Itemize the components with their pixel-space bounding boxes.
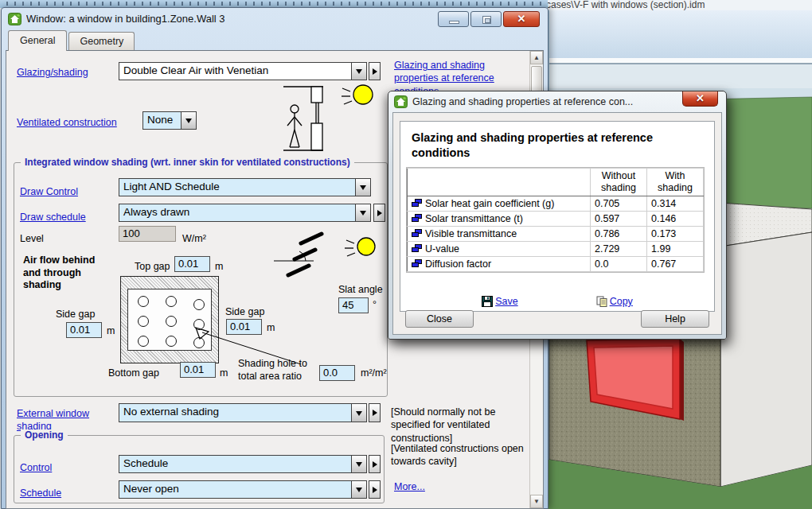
object-layers-icon[interactable] — [412, 244, 423, 254]
external-shading-combo[interactable]: No external shading — [119, 403, 367, 422]
app-house-icon — [8, 13, 21, 25]
sun-icon — [353, 85, 373, 104]
column-without-shading: Without shading — [591, 169, 647, 196]
level-unit: W/m² — [182, 233, 206, 246]
opening-schedule-browse-button[interactable] — [369, 480, 381, 499]
glazing-properties-dialog: Glazing and shading properties at refere… — [388, 91, 727, 340]
scroll-down-button[interactable]: ▼ — [530, 495, 543, 508]
dialog-close-button[interactable]: ✕ — [682, 91, 718, 107]
slat-angle-label: Slat angle — [338, 284, 383, 297]
close-button[interactable]: ✕ — [503, 11, 540, 27]
scroll-up-button[interactable]: ▲ — [530, 51, 543, 64]
main-window-title: Window: a window in building1.Zone.Wall … — [26, 13, 433, 25]
hole-ratio-field[interactable]: 0.0 — [319, 365, 355, 381]
airflow-label: Air flow behind and through shading — [23, 254, 103, 292]
combo-dropdown-icon[interactable] — [351, 456, 366, 472]
draw-schedule-combo[interactable]: Always drawn — [119, 204, 371, 222]
ventilated-construction-link[interactable]: Ventilated construction — [17, 116, 117, 129]
object-layers-icon[interactable] — [412, 199, 423, 208]
combo-dropdown-icon[interactable] — [351, 481, 366, 498]
save-floppy-icon — [482, 296, 493, 307]
opening-schedule-combo[interactable]: Never open — [119, 480, 367, 499]
bottom-gap-unit: m — [220, 367, 228, 380]
dialog-heading: Glazing and shading properties at refere… — [412, 130, 682, 161]
table-row: U-value 2.729 1.99 — [408, 242, 704, 257]
dialog-close-action-button[interactable]: Close — [405, 310, 474, 328]
more-link[interactable]: More... — [394, 480, 425, 493]
opening-group-title: Opening — [21, 429, 68, 441]
dialog-titlebar[interactable]: Glazing and shading properties at refere… — [388, 91, 726, 111]
occupant-window-sun-icon — [267, 77, 387, 163]
combo-dropdown-icon[interactable] — [355, 204, 370, 221]
minimize-button[interactable] — [438, 11, 469, 27]
opening-control-browse-button[interactable] — [369, 455, 381, 473]
combo-dropdown-icon[interactable] — [355, 179, 370, 196]
slat-angle-unit: ° — [373, 299, 377, 312]
glazing-shading-link[interactable]: Glazing/shading — [17, 66, 88, 79]
ventilated-combo[interactable]: None — [142, 111, 197, 130]
opening-control-combo[interactable]: Schedule — [119, 455, 367, 473]
side-gap-left-unit: m — [107, 325, 115, 338]
top-gap-unit: m — [215, 261, 223, 274]
side-gap-left-label: Side gap — [56, 309, 95, 321]
save-copy-row: Save Copy — [400, 296, 714, 307]
side-gap-right-label: Side gap — [225, 306, 264, 319]
object-layers-icon[interactable] — [412, 229, 423, 239]
tab-strip: General Geometry — [8, 30, 135, 50]
combo-dropdown-icon[interactable] — [181, 112, 196, 129]
column-with-shading: With shading — [647, 169, 704, 196]
maximize-button[interactable] — [470, 11, 502, 27]
scroll-down-icon: ▼ — [533, 498, 540, 505]
hole-ratio-unit: m²/m² — [361, 367, 387, 380]
top-gap-label: Top gap — [135, 261, 170, 274]
model-wall-white[interactable] — [720, 232, 812, 487]
background-window-title: cases\V-F with windows (section).idm — [546, 0, 705, 10]
dialog-body: Glazing and shading properties at refere… — [392, 112, 722, 335]
app-house-icon — [394, 95, 408, 108]
copy-link[interactable]: Copy — [596, 296, 633, 307]
screen: cases\V-F with windows (section).idm Win… — [0, 0, 812, 509]
level-field[interactable]: 100 — [119, 226, 176, 242]
slat-angle-field[interactable]: 45 — [338, 297, 369, 313]
dialog-title: Glazing and shading properties at refere… — [412, 96, 720, 107]
scroll-up-icon: ▲ — [533, 54, 540, 61]
draw-schedule-browse-button[interactable] — [373, 204, 385, 222]
close-icon: ✕ — [696, 92, 705, 104]
object-layers-icon[interactable] — [412, 259, 423, 269]
table-row: Solar transmittance (t) 0.597 0.146 — [408, 212, 704, 227]
opening-schedule-link[interactable]: Schedule — [20, 487, 61, 499]
table-row: Visible transmittance 0.786 0.173 — [408, 227, 704, 242]
level-label: Level — [20, 233, 44, 246]
dialog-panel: Glazing and shading properties at refere… — [400, 121, 715, 312]
object-layers-icon[interactable] — [412, 214, 423, 223]
minimize-icon — [449, 21, 459, 24]
combo-dropdown-icon[interactable] — [351, 404, 366, 422]
properties-table: Without shading With shading Solar heat … — [407, 168, 704, 272]
opening-note: [Ventilated constructions open towards c… — [391, 442, 525, 468]
maximize-icon — [482, 16, 491, 24]
draw-control-link[interactable]: Draw Control — [20, 185, 78, 198]
sun-icon — [357, 238, 375, 255]
save-link[interactable]: Save — [482, 296, 518, 307]
integrated-shading-group-title: Integrated window shading (wrt. inner sk… — [21, 157, 354, 168]
main-titlebar[interactable]: Window: a window in building1.Zone.Wall … — [2, 8, 548, 29]
hole-ratio-label: Shading hole to total area ratio — [238, 358, 327, 383]
table-row: Solar heat gain coefficient (g) 0.705 0.… — [408, 196, 704, 212]
external-shading-note: [Should normally not be specified for ve… — [391, 406, 525, 445]
top-gap-field[interactable]: 0.01 — [174, 256, 210, 272]
draw-control-combo[interactable]: Light AND Schedule — [119, 178, 371, 196]
dialog-help-button[interactable]: Help — [641, 310, 709, 328]
draw-schedule-link[interactable]: Draw schedule — [20, 211, 86, 223]
close-icon: ✕ — [504, 13, 539, 25]
opening-control-link[interactable]: Control — [20, 461, 52, 474]
side-gap-left-field[interactable]: 0.01 — [66, 322, 102, 338]
table-row: Diffusion factor 0.0 0.767 — [408, 257, 704, 272]
external-shading-browse-button[interactable] — [369, 403, 381, 422]
tab-geometry[interactable]: Geometry — [68, 32, 135, 50]
tab-general[interactable]: General — [8, 30, 67, 51]
bottom-gap-label: Bottom gap — [108, 367, 159, 380]
copy-icon — [596, 296, 607, 307]
